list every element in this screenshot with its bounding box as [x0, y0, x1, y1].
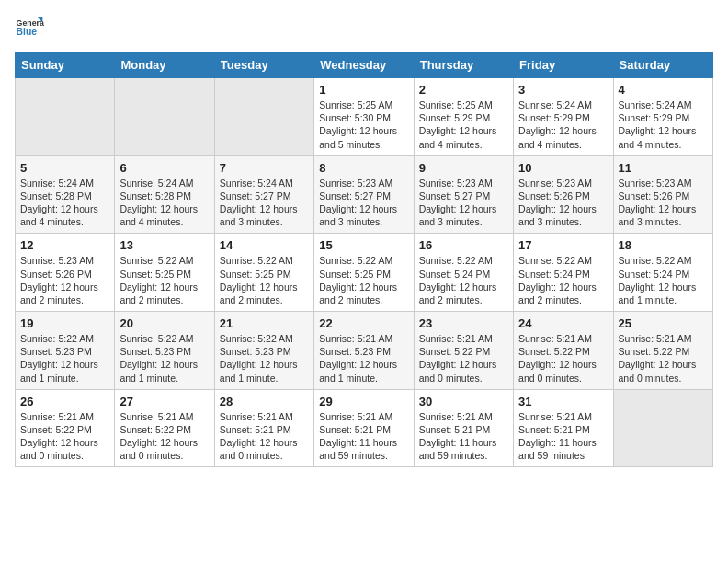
calendar-cell: 28Sunrise: 5:21 AM Sunset: 5:21 PM Dayli… — [214, 389, 313, 467]
calendar-cell: 6Sunrise: 5:24 AM Sunset: 5:28 PM Daylig… — [115, 155, 214, 234]
calendar-cell: 31Sunrise: 5:21 AM Sunset: 5:21 PM Dayli… — [514, 389, 613, 467]
day-number: 27 — [119, 395, 209, 408]
day-number: 12 — [20, 238, 109, 252]
calendar-cell: 21Sunrise: 5:22 AM Sunset: 5:23 PM Dayli… — [214, 312, 313, 390]
day-info: Sunrise: 5:23 AM Sunset: 5:26 PM Dayligh… — [619, 177, 708, 229]
calendar-cell: 22Sunrise: 5:21 AM Sunset: 5:23 PM Dayli… — [314, 312, 414, 390]
day-info: Sunrise: 5:22 AM Sunset: 5:23 PM Dayligh… — [119, 332, 209, 385]
day-info: Sunrise: 5:21 AM Sunset: 5:22 PM Dayligh… — [619, 332, 708, 385]
calendar-cell: 19Sunrise: 5:22 AM Sunset: 5:23 PM Dayli… — [16, 312, 115, 390]
calendar-cell: 18Sunrise: 5:22 AM Sunset: 5:24 PM Dayli… — [613, 234, 712, 312]
day-number: 17 — [518, 238, 608, 252]
calendar-cell: 5Sunrise: 5:24 AM Sunset: 5:28 PM Daylig… — [16, 155, 115, 234]
day-info: Sunrise: 5:21 AM Sunset: 5:21 PM Dayligh… — [419, 410, 508, 463]
header-friday: Friday — [514, 52, 613, 78]
day-info: Sunrise: 5:22 AM Sunset: 5:25 PM Dayligh… — [319, 254, 408, 306]
calendar-cell: 29Sunrise: 5:21 AM Sunset: 5:21 PM Dayli… — [314, 389, 414, 467]
calendar-cell: 3Sunrise: 5:24 AM Sunset: 5:29 PM Daylig… — [514, 78, 613, 156]
calendar-cell: 23Sunrise: 5:21 AM Sunset: 5:22 PM Dayli… — [414, 312, 513, 390]
day-info: Sunrise: 5:21 AM Sunset: 5:22 PM Dayligh… — [518, 332, 608, 385]
day-number: 5 — [20, 161, 109, 175]
calendar-cell: 14Sunrise: 5:22 AM Sunset: 5:25 PM Dayli… — [214, 234, 313, 312]
day-info: Sunrise: 5:24 AM Sunset: 5:29 PM Dayligh… — [518, 98, 608, 151]
day-info: Sunrise: 5:23 AM Sunset: 5:27 PM Dayligh… — [419, 177, 508, 229]
calendar-cell: 17Sunrise: 5:22 AM Sunset: 5:24 PM Dayli… — [514, 234, 613, 312]
day-number: 2 — [419, 83, 508, 97]
calendar-week-row: 5Sunrise: 5:24 AM Sunset: 5:28 PM Daylig… — [16, 155, 713, 234]
day-info: Sunrise: 5:21 AM Sunset: 5:21 PM Dayligh… — [220, 410, 309, 463]
day-number: 30 — [419, 395, 508, 408]
day-info: Sunrise: 5:21 AM Sunset: 5:22 PM Dayligh… — [419, 332, 508, 385]
calendar-cell: 12Sunrise: 5:23 AM Sunset: 5:26 PM Dayli… — [16, 234, 115, 312]
day-info: Sunrise: 5:21 AM Sunset: 5:23 PM Dayligh… — [319, 332, 408, 385]
day-info: Sunrise: 5:24 AM Sunset: 5:28 PM Dayligh… — [119, 177, 209, 229]
calendar-cell — [613, 389, 712, 467]
header-tuesday: Tuesday — [214, 52, 313, 78]
day-number: 11 — [619, 161, 708, 175]
day-number: 19 — [20, 316, 109, 330]
calendar-cell: 7Sunrise: 5:24 AM Sunset: 5:27 PM Daylig… — [214, 155, 313, 234]
day-info: Sunrise: 5:22 AM Sunset: 5:23 PM Dayligh… — [20, 332, 109, 385]
day-info: Sunrise: 5:25 AM Sunset: 5:30 PM Dayligh… — [319, 98, 408, 151]
day-info: Sunrise: 5:21 AM Sunset: 5:22 PM Dayligh… — [119, 410, 209, 463]
day-info: Sunrise: 5:25 AM Sunset: 5:29 PM Dayligh… — [419, 98, 508, 151]
calendar-cell: 16Sunrise: 5:22 AM Sunset: 5:24 PM Dayli… — [414, 234, 513, 312]
day-number: 10 — [518, 161, 608, 175]
day-number: 13 — [119, 238, 209, 252]
day-number: 21 — [220, 316, 309, 330]
calendar-cell: 11Sunrise: 5:23 AM Sunset: 5:26 PM Dayli… — [613, 155, 712, 234]
day-number: 24 — [518, 316, 608, 330]
calendar-cell: 10Sunrise: 5:23 AM Sunset: 5:26 PM Dayli… — [514, 155, 613, 234]
day-info: Sunrise: 5:21 AM Sunset: 5:22 PM Dayligh… — [20, 410, 109, 463]
day-number: 31 — [518, 395, 608, 408]
day-info: Sunrise: 5:23 AM Sunset: 5:26 PM Dayligh… — [20, 254, 109, 306]
day-info: Sunrise: 5:23 AM Sunset: 5:26 PM Dayligh… — [518, 177, 608, 229]
calendar-cell: 26Sunrise: 5:21 AM Sunset: 5:22 PM Dayli… — [16, 389, 115, 467]
calendar-cell: 2Sunrise: 5:25 AM Sunset: 5:29 PM Daylig… — [414, 78, 513, 156]
calendar-table: SundayMondayTuesdayWednesdayThursdayFrid… — [15, 52, 713, 467]
calendar-cell: 25Sunrise: 5:21 AM Sunset: 5:22 PM Dayli… — [613, 312, 712, 390]
day-info: Sunrise: 5:22 AM Sunset: 5:24 PM Dayligh… — [419, 254, 508, 306]
calendar-cell — [115, 78, 214, 156]
calendar-cell: 27Sunrise: 5:21 AM Sunset: 5:22 PM Dayli… — [115, 389, 214, 467]
day-number: 15 — [319, 238, 408, 252]
svg-text:Blue: Blue — [17, 27, 38, 37]
calendar-cell: 13Sunrise: 5:22 AM Sunset: 5:25 PM Dayli… — [115, 234, 214, 312]
day-number: 26 — [20, 395, 109, 408]
page-header: General Blue — [15, 15, 713, 40]
day-info: Sunrise: 5:22 AM Sunset: 5:25 PM Dayligh… — [220, 254, 309, 306]
calendar-cell — [16, 78, 115, 156]
day-number: 14 — [220, 238, 309, 252]
calendar-cell: 20Sunrise: 5:22 AM Sunset: 5:23 PM Dayli… — [115, 312, 214, 390]
day-info: Sunrise: 5:24 AM Sunset: 5:28 PM Dayligh… — [20, 177, 109, 229]
day-number: 18 — [619, 238, 708, 252]
day-info: Sunrise: 5:21 AM Sunset: 5:21 PM Dayligh… — [319, 410, 408, 463]
calendar-week-row: 1Sunrise: 5:25 AM Sunset: 5:30 PM Daylig… — [16, 78, 713, 156]
calendar-cell: 30Sunrise: 5:21 AM Sunset: 5:21 PM Dayli… — [414, 389, 513, 467]
day-number: 1 — [319, 83, 408, 97]
day-info: Sunrise: 5:24 AM Sunset: 5:27 PM Dayligh… — [220, 177, 309, 229]
header-wednesday: Wednesday — [314, 52, 414, 78]
day-info: Sunrise: 5:22 AM Sunset: 5:23 PM Dayligh… — [220, 332, 309, 385]
header-saturday: Saturday — [613, 52, 712, 78]
day-number: 7 — [220, 161, 309, 175]
day-number: 16 — [419, 238, 508, 252]
day-number: 25 — [619, 316, 708, 330]
calendar-cell: 9Sunrise: 5:23 AM Sunset: 5:27 PM Daylig… — [414, 155, 513, 234]
day-number: 6 — [119, 161, 209, 175]
header-sunday: Sunday — [16, 52, 115, 78]
calendar-week-row: 12Sunrise: 5:23 AM Sunset: 5:26 PM Dayli… — [16, 234, 713, 312]
day-info: Sunrise: 5:22 AM Sunset: 5:25 PM Dayligh… — [119, 254, 209, 306]
day-number: 29 — [319, 395, 408, 408]
calendar-week-row: 19Sunrise: 5:22 AM Sunset: 5:23 PM Dayli… — [16, 312, 713, 390]
day-number: 3 — [518, 83, 608, 97]
calendar-cell — [214, 78, 313, 156]
calendar-header-row: SundayMondayTuesdayWednesdayThursdayFrid… — [16, 52, 713, 78]
day-number: 4 — [619, 83, 708, 97]
day-number: 23 — [419, 316, 508, 330]
calendar-week-row: 26Sunrise: 5:21 AM Sunset: 5:22 PM Dayli… — [16, 389, 713, 467]
day-info: Sunrise: 5:22 AM Sunset: 5:24 PM Dayligh… — [518, 254, 608, 306]
day-number: 20 — [119, 316, 209, 330]
logo: General Blue — [15, 15, 48, 40]
calendar-cell: 8Sunrise: 5:23 AM Sunset: 5:27 PM Daylig… — [314, 155, 414, 234]
